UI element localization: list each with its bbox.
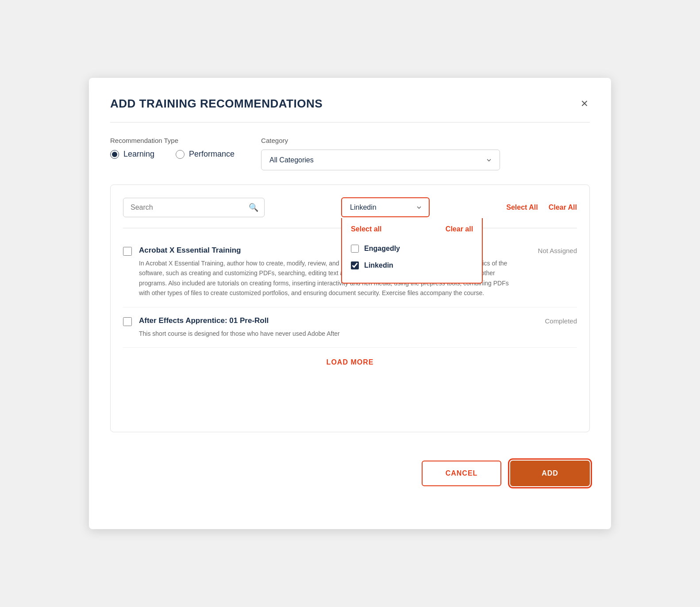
course-status-1: Not Assigned <box>524 247 577 254</box>
search-icon: 🔍 <box>249 203 258 212</box>
course-checkbox-1[interactable] <box>123 247 132 256</box>
radio-group: Learning Performance <box>110 150 235 159</box>
course-status-2: Completed <box>524 317 577 325</box>
source-dropdown-popup: Select all Clear all Engagedly Linkedin <box>341 218 483 284</box>
search-input[interactable] <box>123 198 265 217</box>
clear-all-button[interactable]: Clear All <box>549 204 577 211</box>
recommendation-type-group: Recommendation Type Learning Performance <box>110 137 235 159</box>
source-dropdown[interactable]: Engagedly Linkedin <box>341 197 430 217</box>
course-content-2: After Effects Apprentice: 01 Pre-Roll Th… <box>139 316 517 338</box>
search-wrapper: 🔍 <box>123 198 265 217</box>
popup-label-linkedin: Linkedin <box>364 261 393 269</box>
load-more-section: LOAD MORE <box>123 348 577 379</box>
modal-footer: CANCEL ADD <box>110 450 590 486</box>
popup-checkbox-engagedly[interactable] <box>351 245 359 253</box>
load-more-button[interactable]: LOAD MORE <box>327 358 374 366</box>
course-title-2: After Effects Apprentice: 01 Pre-Roll <box>139 316 517 325</box>
radio-learning[interactable]: Learning <box>110 150 154 159</box>
category-label: Category <box>261 137 590 144</box>
content-toolbar: 🔍 Engagedly Linkedin Select all Clear al… <box>123 197 577 217</box>
radio-learning-input[interactable] <box>110 150 119 159</box>
popup-item-linkedin: Linkedin <box>351 257 473 274</box>
form-row: Recommendation Type Learning Performance… <box>110 137 590 170</box>
content-box: 🔍 Engagedly Linkedin Select all Clear al… <box>110 184 590 432</box>
recommendation-type-label: Recommendation Type <box>110 137 235 144</box>
popup-checkbox-linkedin[interactable] <box>351 261 359 269</box>
popup-actions: Select all Clear all <box>351 225 473 233</box>
toolbar-right: Select All Clear All <box>506 204 577 211</box>
popup-item-engagedly: Engagedly <box>351 240 473 257</box>
course-description-2: This short course is designed for those … <box>139 329 517 338</box>
radio-performance-label: Performance <box>189 150 235 159</box>
add-button[interactable]: ADD <box>510 461 590 486</box>
radio-performance[interactable]: Performance <box>176 150 235 159</box>
popup-select-all-button[interactable]: Select all <box>351 225 381 233</box>
modal-title: ADD TRAINING RECOMMENDATIONS <box>110 97 323 111</box>
modal-header: ADD TRAINING RECOMMENDATIONS × <box>110 96 590 123</box>
cancel-button[interactable]: CANCEL <box>422 461 501 486</box>
radio-learning-label: Learning <box>123 150 154 159</box>
radio-performance-input[interactable] <box>176 150 185 159</box>
category-select[interactable]: All Categories Leadership Technical Comp… <box>261 150 500 170</box>
course-checkbox-2[interactable] <box>123 317 132 326</box>
select-all-button[interactable]: Select All <box>506 204 538 211</box>
source-dropdown-wrapper: Engagedly Linkedin Select all Clear all … <box>341 197 430 217</box>
add-training-modal: ADD TRAINING RECOMMENDATIONS × Recommend… <box>89 78 611 529</box>
category-group: Category All Categories Leadership Techn… <box>261 137 590 170</box>
list-item: After Effects Apprentice: 01 Pre-Roll Th… <box>123 307 577 348</box>
popup-clear-all-button[interactable]: Clear all <box>446 225 473 233</box>
popup-label-engagedly: Engagedly <box>364 245 400 253</box>
close-button[interactable]: × <box>579 96 590 111</box>
